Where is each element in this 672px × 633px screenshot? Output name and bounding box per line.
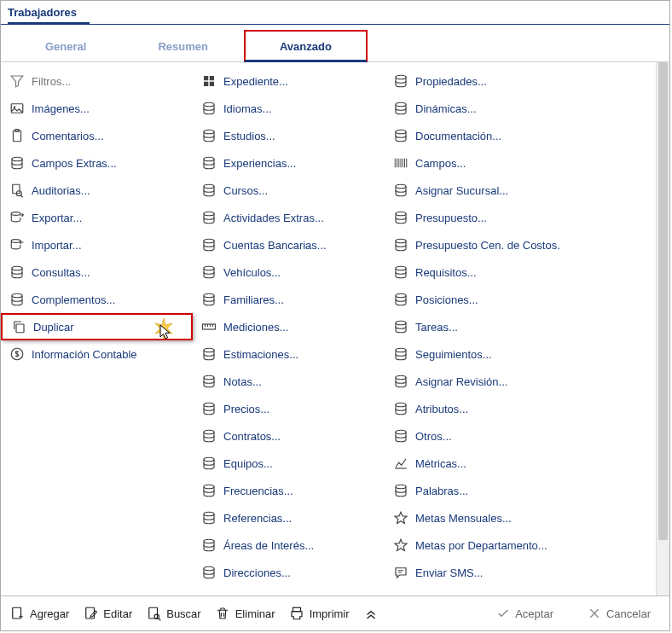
star-icon xyxy=(393,537,408,553)
item-palabras[interactable]: Palabras... xyxy=(385,477,656,504)
ruler-icon xyxy=(201,319,217,334)
item-presupuesto[interactable]: Presupuesto... xyxy=(385,204,656,231)
tab-resumen[interactable]: Resumen xyxy=(122,30,244,61)
db-icon xyxy=(393,428,408,444)
item-precios[interactable]: Precios... xyxy=(193,395,385,422)
item-areas[interactable]: Áreas de Interés... xyxy=(193,531,385,559)
cancelar-button[interactable]: Cancelar xyxy=(577,603,661,624)
item-metas-mensuales[interactable]: Metas Mensuales... xyxy=(385,504,656,531)
item-contratos[interactable]: Contratos... xyxy=(193,422,385,450)
db-icon xyxy=(393,264,408,280)
db-icon xyxy=(201,155,217,171)
db-icon xyxy=(201,210,217,225)
item-consultas[interactable]: Consultas... xyxy=(1,258,193,286)
filter-icon xyxy=(9,73,25,89)
item-idiomas[interactable]: Idiomas... xyxy=(193,95,385,122)
item-exportar[interactable]: Exportar... xyxy=(1,204,193,231)
print-icon xyxy=(289,606,304,621)
item-seguimientos[interactable]: Seguimientos... xyxy=(385,340,656,368)
item-frecuencias[interactable]: Frecuencias... xyxy=(193,477,385,504)
item-asignar-revision[interactable]: Asignar Revisión... xyxy=(385,368,656,395)
item-complementos[interactable]: Complementos... xyxy=(1,286,193,313)
item-direcciones[interactable]: Direcciones... xyxy=(193,559,385,586)
item-vehiculos[interactable]: Vehículos... xyxy=(193,258,385,286)
item-asignar-sucursal[interactable]: Asignar Sucursal... xyxy=(385,177,656,204)
db-icon xyxy=(393,346,408,362)
scrollbar[interactable] xyxy=(656,62,669,595)
item-campos[interactable]: Campos... xyxy=(385,149,656,177)
eliminar-button[interactable]: Eliminar xyxy=(215,606,275,621)
x-icon xyxy=(588,607,601,620)
clipboard-icon xyxy=(9,128,25,143)
doc-plus-icon xyxy=(9,606,25,621)
chevrons-up-icon xyxy=(363,606,379,621)
dollar-icon xyxy=(9,346,25,362)
item-filtros[interactable]: Filtros... xyxy=(1,67,193,95)
item-atributos[interactable]: Atributos... xyxy=(385,395,656,422)
item-estudios[interactable]: Estudios... xyxy=(193,122,385,149)
db-icon xyxy=(201,101,217,116)
check-icon xyxy=(496,607,510,620)
item-auditorias[interactable]: Auditorias... xyxy=(1,177,193,204)
agregar-button[interactable]: Agregar xyxy=(9,606,69,621)
item-otros[interactable]: Otros... xyxy=(385,422,656,450)
db-icon xyxy=(393,319,408,334)
copy-icon xyxy=(11,319,26,334)
image-icon xyxy=(9,101,25,116)
item-cursos[interactable]: Cursos... xyxy=(193,177,385,204)
db-icon xyxy=(201,456,217,471)
page-title: Trabajadores xyxy=(1,1,669,25)
item-enviar-sms[interactable]: Enviar SMS... xyxy=(385,559,656,586)
buscar-button[interactable]: Buscar xyxy=(146,606,200,621)
db-icon xyxy=(201,292,217,307)
db-icon xyxy=(393,101,408,116)
footer-toolbar: Agregar Editar Buscar Eliminar Imprimir … xyxy=(1,596,669,630)
chart-icon xyxy=(393,456,408,471)
doc-search-icon xyxy=(146,606,161,621)
item-dinamicas[interactable]: Dinámicas... xyxy=(385,95,656,122)
item-duplicar[interactable]: Duplicar xyxy=(1,313,193,340)
db-icon xyxy=(393,401,408,416)
item-metricas[interactable]: Métricas... xyxy=(385,450,656,477)
item-requisitos[interactable]: Requisitos... xyxy=(385,258,656,286)
tab-general[interactable]: General xyxy=(9,30,122,61)
item-mediciones[interactable]: Mediciones... xyxy=(193,313,385,340)
db-icon xyxy=(201,264,217,280)
imprimir-button[interactable]: Imprimir xyxy=(289,606,350,621)
item-actividades[interactable]: Actividades Extras... xyxy=(193,204,385,231)
tab-avanzado[interactable]: Avanzado xyxy=(244,30,368,62)
db-icon xyxy=(9,264,25,280)
item-imagenes[interactable]: Imágenes... xyxy=(1,95,193,122)
db-icon xyxy=(393,128,408,143)
item-presupuesto-cc[interactable]: Presupuesto Cen. de Costos. xyxy=(385,231,656,258)
editar-button[interactable]: Editar xyxy=(83,606,132,621)
item-documentacion[interactable]: Documentación... xyxy=(385,122,656,149)
item-comentarios[interactable]: Comentarios... xyxy=(1,122,193,149)
item-cuentas[interactable]: Cuentas Bancarias... xyxy=(193,231,385,258)
item-equipos[interactable]: Equipos... xyxy=(193,450,385,477)
aceptar-button[interactable]: Aceptar xyxy=(486,603,564,624)
item-expediente[interactable]: Expediente... xyxy=(193,67,385,95)
db-icon xyxy=(201,128,217,143)
item-metas-depto[interactable]: Metas por Departamento... xyxy=(385,531,656,559)
item-tareas[interactable]: Tareas... xyxy=(385,313,656,340)
item-notas[interactable]: Notas... xyxy=(193,368,385,395)
item-info-contable[interactable]: Información Contable xyxy=(1,340,193,368)
item-experiencias[interactable]: Experiencias... xyxy=(193,149,385,177)
expand-button[interactable] xyxy=(363,606,379,621)
db-icon xyxy=(201,510,217,526)
item-propiedades[interactable]: Propiedades... xyxy=(385,67,656,95)
item-familiares[interactable]: Familiares... xyxy=(193,286,385,313)
audit-icon xyxy=(9,183,25,198)
db-icon xyxy=(393,374,408,389)
item-referencias[interactable]: Referencias... xyxy=(193,504,385,531)
item-estimaciones[interactable]: Estimaciones... xyxy=(193,340,385,368)
item-importar[interactable]: Importar... xyxy=(1,231,193,258)
item-campos-extras[interactable]: Campos Extras... xyxy=(1,149,193,177)
import-icon xyxy=(9,237,25,253)
trash-icon xyxy=(215,606,230,621)
db-icon xyxy=(201,565,217,580)
item-posiciones[interactable]: Posiciones... xyxy=(385,286,656,313)
doc-edit-icon xyxy=(83,606,98,621)
db-icon xyxy=(393,292,408,307)
